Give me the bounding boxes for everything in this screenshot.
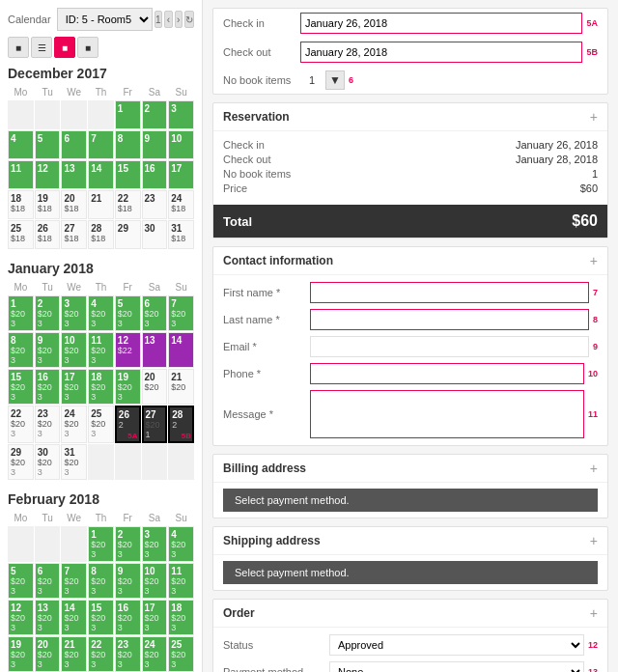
cal-cell[interactable]: 24$203 (142, 636, 168, 672)
cal-cell[interactable]: 9 (142, 130, 168, 159)
cal-cell[interactable]: 11$203 (168, 563, 194, 599)
view-btn-2[interactable]: ☰ (31, 37, 52, 58)
nav-refresh[interactable]: ↻ (184, 11, 194, 28)
cal-cell[interactable]: 23$203 (35, 406, 61, 443)
cal-cell[interactable]: 22$18 (115, 190, 141, 219)
cal-cell[interactable]: 23$203 (115, 636, 141, 672)
cal-cell[interactable]: 28$18 (88, 220, 114, 249)
cal-cell[interactable]: 23 (142, 190, 168, 219)
cal-cell[interactable]: 25$203 (168, 636, 194, 672)
cal-cell[interactable]: 4$203 (88, 295, 114, 331)
email-input[interactable] (310, 336, 589, 357)
cal-cell[interactable]: 1$203 (88, 526, 114, 562)
cal-cell[interactable]: 16$203 (35, 369, 61, 405)
cal-cell[interactable]: 7 (88, 130, 114, 159)
phone-input[interactable] (310, 363, 584, 384)
shipping-payment-btn[interactable]: Select payment method. (223, 561, 598, 584)
cal-cell[interactable]: 2$203 (115, 526, 141, 562)
status-select[interactable]: Approved (329, 634, 584, 656)
cal-cell[interactable]: 8$203 (8, 332, 34, 368)
cal-cell[interactable]: 12 (35, 160, 61, 189)
cal-cell[interactable]: 20$18 (61, 190, 87, 219)
cal-cell[interactable]: 17 (168, 160, 194, 189)
cal-cell[interactable]: 13$203 (35, 600, 61, 635)
cal-cell[interactable]: 2 (142, 100, 168, 129)
cal-cell[interactable]: 3$203 (142, 526, 168, 562)
cal-cell[interactable]: 19$203 (115, 369, 141, 405)
firstname-input[interactable] (310, 282, 589, 303)
checkout-input[interactable] (300, 42, 582, 63)
badge-1[interactable]: 1 (154, 11, 162, 28)
cal-cell[interactable]: 25$18 (8, 220, 34, 249)
cal-cell[interactable]: 7$203 (168, 295, 194, 331)
cal-cell[interactable]: 18$203 (168, 600, 194, 635)
cal-cell[interactable]: 19$18 (35, 190, 61, 219)
cal-cell[interactable]: 2625A (115, 406, 141, 443)
cal-cell[interactable]: 29 (115, 220, 141, 249)
cal-cell[interactable]: 5$203 (8, 563, 34, 599)
cal-cell[interactable]: 5 (35, 130, 61, 159)
order-icon[interactable]: + (590, 605, 598, 621)
nav-right[interactable]: › (175, 11, 183, 28)
cal-cell[interactable]: 2$203 (35, 295, 61, 331)
cal-cell[interactable]: 25$203 (88, 406, 114, 443)
cal-cell[interactable]: 20$20 (142, 369, 168, 405)
cal-cell[interactable]: 1 (115, 100, 141, 129)
lastname-input[interactable] (310, 309, 589, 330)
cal-cell[interactable]: 27$201 (142, 406, 168, 443)
cal-cell[interactable]: 6$203 (35, 563, 61, 599)
cal-cell[interactable]: 6$203 (142, 295, 168, 331)
cal-cell[interactable]: 8$203 (88, 563, 114, 599)
view-btn-3-active[interactable]: ■ (54, 37, 75, 58)
cal-cell[interactable]: 4$203 (168, 526, 194, 562)
cal-cell[interactable]: 16 (142, 160, 168, 189)
cal-cell[interactable]: 17$203 (61, 369, 87, 405)
cal-cell[interactable]: 5$203 (115, 295, 141, 331)
cal-cell[interactable]: 17$203 (142, 600, 168, 635)
cal-cell[interactable]: 13 (61, 160, 87, 189)
cal-cell[interactable]: 24$18 (168, 190, 194, 219)
cal-cell[interactable]: 9$203 (35, 332, 61, 368)
cal-cell[interactable]: 6 (61, 130, 87, 159)
cal-cell[interactable]: 12$203 (8, 600, 34, 635)
cal-cell[interactable]: 19$203 (8, 636, 34, 672)
contact-icon[interactable]: + (590, 253, 598, 268)
cal-cell[interactable]: 30$203 (35, 444, 61, 480)
cal-cell[interactable]: 31$18 (168, 220, 194, 249)
cal-cell[interactable]: 21$20 (168, 369, 194, 405)
cal-cell[interactable]: 12$22 (115, 332, 141, 368)
cal-cell[interactable]: 18$18 (8, 190, 34, 219)
nav-left[interactable]: ‹ (164, 11, 172, 28)
cal-cell[interactable]: 31$203 (61, 444, 87, 480)
cal-cell[interactable]: 11$203 (88, 332, 114, 368)
cal-cell[interactable]: 15 (115, 160, 141, 189)
cal-cell[interactable]: 10$203 (142, 563, 168, 599)
shipping-icon[interactable]: + (590, 533, 598, 548)
cal-cell[interactable]: 22$203 (88, 636, 114, 672)
billing-icon[interactable]: + (590, 461, 598, 476)
checkin-input[interactable] (300, 13, 582, 34)
cal-cell[interactable]: 13 (142, 332, 168, 368)
cal-cell[interactable]: 10$203 (61, 332, 87, 368)
cal-cell[interactable]: 20$203 (35, 636, 61, 672)
cal-cell[interactable]: 21$203 (61, 636, 87, 672)
view-btn-4[interactable]: ■ (77, 37, 98, 58)
cal-cell[interactable]: 15$203 (8, 369, 34, 405)
message-textarea[interactable] (310, 390, 584, 438)
cal-cell[interactable]: 22$203 (8, 406, 34, 443)
cal-cell[interactable]: 16$203 (115, 600, 141, 635)
cal-cell[interactable]: 14 (168, 332, 194, 368)
room-select[interactable]: ID: 5 - Room5 (57, 8, 153, 31)
cal-cell[interactable]: 3 (168, 100, 194, 129)
cal-cell[interactable]: 29$203 (8, 444, 34, 480)
cal-cell[interactable]: 10 (168, 130, 194, 159)
cal-cell[interactable]: 14 (88, 160, 114, 189)
cal-cell[interactable]: 27$18 (61, 220, 87, 249)
cal-cell[interactable]: 4 (8, 130, 34, 159)
billing-payment-btn[interactable]: Select payment method. (223, 489, 598, 512)
cal-cell[interactable]: 18$203 (88, 369, 114, 405)
cal-cell[interactable]: 30 (142, 220, 168, 249)
cal-cell[interactable]: 9$203 (115, 563, 141, 599)
cal-cell[interactable]: 26$18 (35, 220, 61, 249)
cal-cell[interactable]: 8 (115, 130, 141, 159)
